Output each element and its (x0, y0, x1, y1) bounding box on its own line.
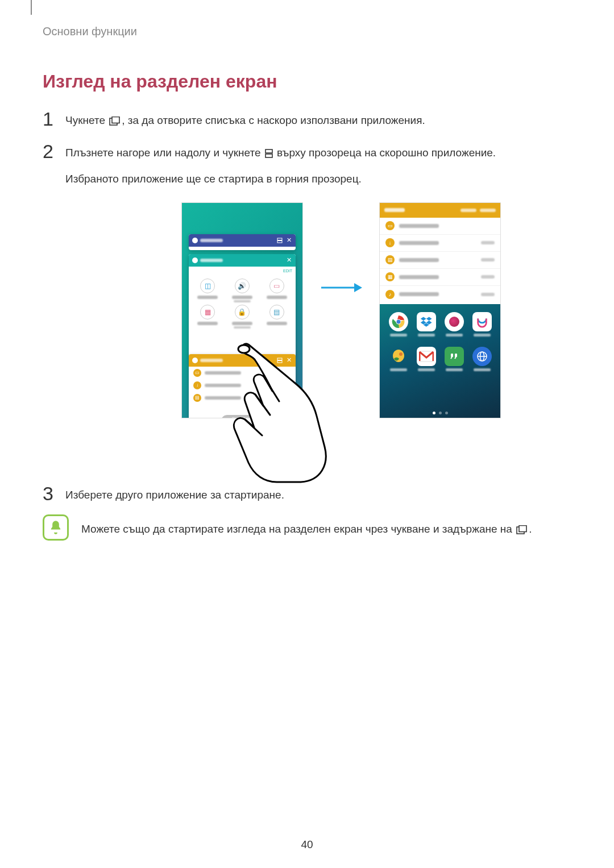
settings-edit-label: EDIT (189, 267, 296, 274)
app-generic (442, 312, 466, 337)
header-action (480, 209, 496, 212)
close-icon: ✕ (285, 237, 292, 244)
app-gallery (387, 347, 410, 371)
step-2-pre: Плъзнете нагоре или надолу и чукнете (65, 147, 264, 159)
step-2: 2 Плъзнете нагоре или надолу и чукнете в… (43, 142, 571, 188)
page-number: 40 (0, 838, 614, 851)
recent-card-title (200, 239, 223, 242)
myfiles-header (380, 203, 500, 218)
step-2-text: Плъзнете нагоре или надолу и чукнете вър… (65, 142, 496, 188)
list-item: ▭ (380, 218, 500, 235)
figure-left-wrapper: ✕ ✕ EDIT ◫ 🔊 (181, 202, 303, 464)
myfiles-icon (192, 358, 198, 363)
step-2-number: 2 (43, 142, 65, 161)
recent-apps-icon (516, 522, 528, 540)
file-row: ↓ (189, 379, 296, 392)
header-rule (31, 0, 32, 15)
close-icon: ✕ (285, 357, 292, 364)
settings-tile: 🔊 (226, 279, 259, 302)
list-item: ▦ (380, 269, 500, 286)
recent-card-myfiles: ✕ ▭ ↓ ▤ CLOSE ALL (189, 354, 296, 418)
list-item: ♪ (380, 286, 500, 303)
note-text: Можете също да стартирате изгледа на раз… (81, 514, 532, 540)
page-indicator (380, 412, 500, 414)
split-icon (276, 357, 283, 364)
step-3: 3 Изберете друго приложение за стартиран… (43, 484, 571, 504)
step-1-pre: Чукнете (65, 114, 108, 126)
arrow-icon (320, 180, 362, 396)
phone-left: ✕ ✕ EDIT ◫ 🔊 (181, 202, 303, 418)
step-3-text: Изберете друго приложение за стартиране. (65, 484, 284, 504)
svg-rect-7 (277, 360, 282, 363)
recent-card-title (200, 259, 223, 262)
figure-row: ✕ ✕ EDIT ◫ 🔊 (111, 202, 571, 464)
header-action (460, 209, 476, 212)
svg-rect-4 (277, 238, 282, 240)
app-chrome (387, 312, 410, 337)
split-screen-icon (265, 146, 273, 164)
list-item: ↓ (380, 235, 500, 252)
svg-rect-17 (455, 354, 457, 357)
settings-tile: 🔒 (226, 305, 259, 329)
note-bell-icon (43, 514, 69, 541)
settings-icon (192, 258, 198, 263)
recent-card-title (200, 359, 223, 362)
settings-tile: ▤ (260, 305, 293, 329)
step-2-post: върху прозореца на скорошно приложение. (274, 147, 496, 159)
note-post: . (529, 523, 532, 535)
section-title: Изглед на разделен екран (43, 71, 571, 92)
internet-icon (192, 238, 198, 243)
svg-marker-10 (354, 283, 362, 292)
settings-tile: ▦ (191, 305, 225, 329)
app-dropbox (414, 312, 438, 337)
phone-right: ▭ ↓ ▤ ▦ ♪ (379, 202, 501, 418)
app-gmail (414, 347, 438, 371)
app-hangouts (442, 347, 466, 371)
close-icon: ✕ (285, 257, 292, 264)
svg-rect-3 (265, 154, 272, 157)
svg-rect-16 (451, 354, 453, 357)
note-pre: Можете също да стартирате изгледа на раз… (81, 523, 515, 535)
step-1-post: , за да отворите списъка с наскоро изпол… (122, 114, 425, 126)
svg-rect-5 (277, 240, 282, 243)
breadcrumb: Основни функции (43, 25, 571, 38)
step-1-text: Чукнете , за да отворите списъка с наско… (65, 109, 425, 131)
step-2-line2: Избраното приложение ще се стартира в го… (65, 173, 362, 185)
app-galaxy-apps (470, 312, 493, 337)
recent-card-settings: ✕ EDIT ◫ 🔊 ▭ ▦ 🔒 ▤ (189, 254, 296, 356)
svg-point-13 (396, 319, 400, 323)
svg-rect-6 (277, 358, 282, 360)
settings-tile: ◫ (191, 279, 225, 302)
svg-rect-2 (265, 149, 272, 153)
app-internet (470, 347, 493, 371)
svg-point-14 (399, 352, 403, 356)
close-all-button: CLOSE ALL (221, 415, 263, 418)
file-row: ▭ (189, 367, 296, 379)
myfiles-header-title (384, 208, 405, 212)
step-1-number: 1 (43, 109, 65, 128)
step-1: 1 Чукнете , за да отворите списъка с нас… (43, 109, 571, 131)
note-row: Можете също да стартирате изгледа на раз… (43, 514, 571, 541)
recent-card-internet: ✕ (189, 234, 296, 250)
svg-rect-22 (519, 526, 526, 532)
split-icon (276, 237, 283, 244)
step-3-number: 3 (43, 484, 65, 503)
file-row: ▤ (189, 392, 296, 404)
svg-rect-1 (112, 117, 119, 123)
list-item: ▤ (380, 252, 500, 269)
recent-apps-icon (109, 113, 121, 131)
settings-tile: ▭ (260, 279, 293, 302)
